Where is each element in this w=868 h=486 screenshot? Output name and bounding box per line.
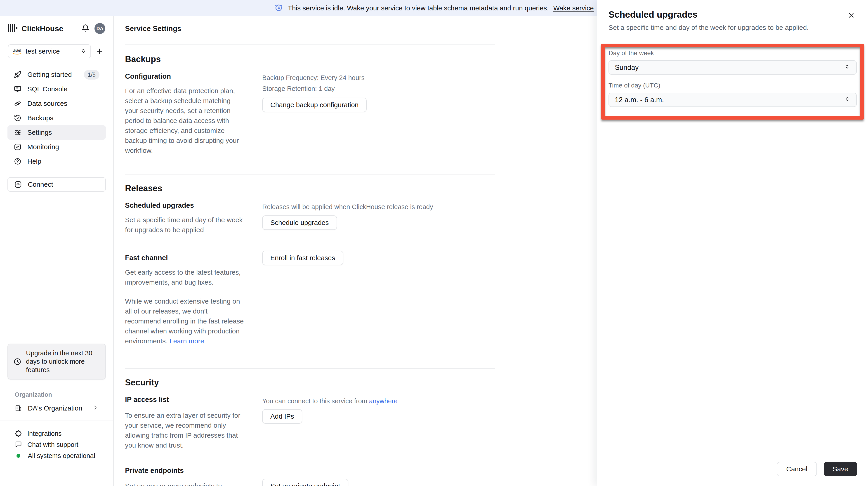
- section-divider: [125, 44, 495, 44]
- settings-content: Backups Configuration For an effective d…: [114, 44, 597, 486]
- connect-button[interactable]: Connect: [7, 177, 106, 192]
- day-of-week-select[interactable]: Sunday: [609, 60, 857, 74]
- organization-switcher[interactable]: DA's Organization: [7, 401, 106, 415]
- organization-name: DA's Organization: [28, 404, 82, 412]
- orbit-icon: [14, 100, 22, 108]
- private-endpoints-title: Private endpoints: [125, 466, 245, 475]
- upgrade-notice[interactable]: Upgrade in the next 30 days to unlock mo…: [7, 343, 106, 379]
- sidebar-item-help[interactable]: Help: [7, 154, 106, 169]
- integrations-link[interactable]: Integrations: [15, 430, 106, 437]
- building-icon: [15, 405, 22, 412]
- drawer-footer: Cancel Save: [597, 452, 868, 486]
- page-header: Service Settings: [114, 16, 597, 41]
- add-ips-button[interactable]: Add IPs: [262, 409, 302, 424]
- footer-item-label: Chat with support: [27, 441, 79, 449]
- footer-item-label: Integrations: [27, 430, 62, 437]
- banner-message: This service is idle. Wake your service …: [288, 4, 549, 12]
- save-button[interactable]: Save: [824, 462, 857, 476]
- fast-channel-row: Fast channel Get early access to the lat…: [125, 251, 495, 346]
- learn-more-link[interactable]: Learn more: [169, 337, 204, 345]
- drawer-subtitle: Set a specific time and day of the week …: [609, 24, 857, 31]
- avatar[interactable]: DA: [94, 23, 105, 34]
- sidebar-footer: Integrations Chat with support All syste…: [0, 420, 113, 459]
- releases-note: Releases will be applied when ClickHouse…: [262, 202, 495, 212]
- day-of-week-value: Sunday: [615, 63, 639, 72]
- system-status-link[interactable]: All systems operational: [15, 452, 106, 459]
- change-backup-configuration-button[interactable]: Change backup configuration: [262, 98, 367, 112]
- bell-icon[interactable]: [81, 24, 90, 33]
- section-divider: [125, 174, 495, 175]
- connect-label: Connect: [28, 181, 53, 188]
- time-of-day-value: 12 a.m. - 6 a.m.: [615, 96, 664, 104]
- chevron-right-icon: [92, 404, 98, 412]
- ip-access-note: You can connect to this service from any…: [262, 396, 495, 406]
- day-of-week-label: Day of the week: [609, 50, 857, 57]
- schedule-upgrades-button[interactable]: Schedule upgrades: [262, 215, 337, 230]
- service-selector[interactable]: aws test service: [8, 44, 91, 58]
- status-green-dot: [17, 454, 20, 458]
- time-of-day-label: Time of day (UTC): [609, 82, 857, 89]
- time-of-day-select[interactable]: 12 a.m. - 6 a.m.: [609, 93, 857, 107]
- puzzle-icon: [15, 430, 22, 437]
- drawer-body: Day of the week Sunday Time of day (UTC)…: [597, 41, 868, 107]
- drawer-header: Scheduled upgrades Set a specific time a…: [597, 0, 868, 41]
- organization-label: Organization: [15, 391, 113, 398]
- service-name: test service: [26, 48, 60, 55]
- fast-channel-description-1: Get early access to the latest features,…: [125, 267, 245, 287]
- sidebar-item-label: Backups: [27, 114, 53, 122]
- page-title: Service Settings: [125, 24, 181, 33]
- sidebar-item-label: Data sources: [27, 100, 67, 108]
- section-divider: [125, 368, 495, 369]
- footer-item-label: All systems operational: [28, 452, 95, 460]
- cancel-button[interactable]: Cancel: [777, 462, 817, 476]
- sidebar-bottom: Upgrade in the next 30 days to unlock mo…: [0, 343, 113, 486]
- close-icon[interactable]: [846, 10, 856, 20]
- rocket-icon: [14, 71, 22, 79]
- sidebar-item-label: Settings: [27, 129, 52, 136]
- configuration-description: For an effective data protection plan, s…: [125, 86, 245, 155]
- sidebar-item-label: Help: [27, 157, 41, 165]
- private-endpoints-row: Private endpoints Set up one or more end…: [125, 466, 495, 486]
- backups-section-title: Backups: [125, 55, 495, 64]
- sidebar-item-label: Monitoring: [27, 143, 59, 151]
- history-icon: [14, 114, 22, 122]
- clock-icon: [13, 358, 22, 366]
- backup-configuration-row: Configuration For an effective data prot…: [125, 72, 495, 155]
- scheduled-upgrades-description: Set a specific time and day of the week …: [125, 215, 245, 235]
- wifi-icon: [14, 181, 22, 188]
- scheduled-upgrades-row: Scheduled upgrades Set a specific time a…: [125, 202, 495, 235]
- setup-private-endpoint-button[interactable]: Set up private endpoint: [262, 479, 348, 486]
- sidebar-top: ClickHouse DA: [8, 23, 105, 34]
- releases-section-title: Releases: [125, 184, 495, 193]
- console-icon: [14, 85, 22, 93]
- sidebar-item-getting-started[interactable]: Getting started 1/5: [7, 67, 106, 82]
- sidebar-item-data-sources[interactable]: Data sources: [7, 96, 106, 111]
- chart-icon: [14, 143, 22, 151]
- chat-support-link[interactable]: Chat with support: [15, 441, 106, 448]
- fast-channel-description-2: While we conduct extensive testing on al…: [125, 296, 245, 346]
- storage-retention-value: Storage Retention: 1 day: [262, 83, 495, 94]
- sidebar-item-monitoring[interactable]: Monitoring: [7, 140, 106, 154]
- upgrade-notice-text: Upgrade in the next 30 days to unlock mo…: [26, 349, 100, 374]
- ip-access-list-title: IP access list: [125, 396, 245, 404]
- sliders-icon: [14, 129, 22, 136]
- sidebar-item-backups[interactable]: Backups: [7, 111, 106, 125]
- sidebar: ClickHouse DA aws test service: [0, 16, 114, 486]
- add-service-button[interactable]: [94, 45, 105, 57]
- ip-access-list-description: To ensure an extra layer of security for…: [125, 411, 245, 450]
- brand-name: ClickHouse: [22, 24, 63, 33]
- aws-logo-icon: aws: [12, 48, 22, 55]
- chevron-updown-icon: [80, 48, 87, 55]
- drawer-title: Scheduled upgrades: [609, 9, 857, 20]
- private-endpoints-description: Set up one or more endpoints to connect …: [125, 481, 245, 486]
- sidebar-item-settings[interactable]: Settings: [7, 125, 106, 140]
- getting-started-progress-badge: 1/5: [84, 70, 99, 80]
- anywhere-link[interactable]: anywhere: [369, 397, 398, 405]
- enroll-fast-releases-button[interactable]: Enroll in fast releases: [262, 251, 343, 265]
- clickhouse-logo-icon: [8, 24, 18, 33]
- backup-frequency-value: Backup Frequency: Every 24 hours: [262, 72, 495, 83]
- sidebar-item-sql-console[interactable]: SQL Console: [7, 82, 106, 96]
- configuration-title: Configuration: [125, 72, 245, 81]
- wake-service-link[interactable]: Wake service: [553, 4, 594, 12]
- main-content: Service Settings Backups Configuration F…: [114, 16, 597, 486]
